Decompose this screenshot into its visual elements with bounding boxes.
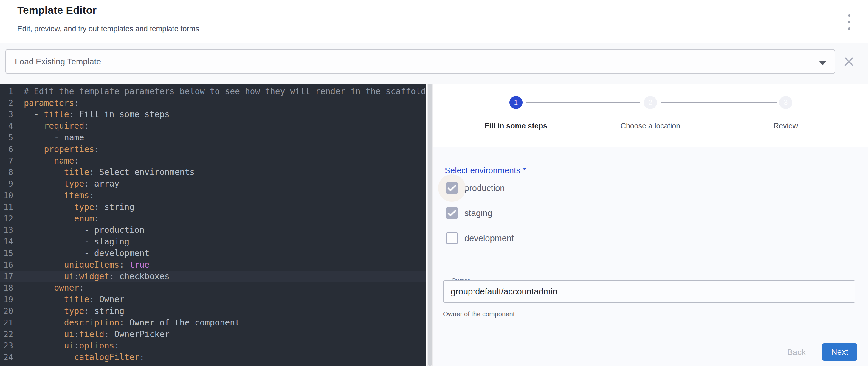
code-line[interactable]: 11 type: string [0, 201, 426, 213]
code-line[interactable]: 23 ui:options: [0, 340, 426, 352]
line-number: 8 [0, 167, 13, 177]
step-form: Select environments * productionstagingd… [433, 147, 868, 366]
template-selector-bar: Load Existing Template [0, 43, 868, 84]
line-number: 5 [0, 133, 13, 142]
step-circle-2: 2 [644, 96, 657, 109]
owner-helper-text: Owner of the component [443, 310, 515, 318]
code-line[interactable]: 22 ui:field: OwnerPicker [0, 329, 426, 340]
close-icon[interactable] [843, 56, 855, 68]
code-text: type: array [24, 179, 119, 189]
line-number: 24 [0, 353, 13, 362]
code-text: owner: [24, 283, 84, 293]
code-line[interactable]: 24 catalogFilter: [0, 352, 426, 363]
checkbox-unchecked-icon[interactable] [446, 232, 458, 244]
line-number: 23 [0, 341, 13, 350]
owner-input[interactable]: group:default/accountadmin [443, 280, 856, 303]
code-line[interactable]: 15 - development [0, 247, 426, 259]
stepper: 1 2 3 Fill in some steps Choose a locati… [433, 84, 868, 147]
code-text: description: Owner of the component [24, 318, 240, 328]
code-text: ui:widget: checkboxes [24, 272, 169, 281]
line-number: 12 [0, 214, 13, 223]
step-connector [526, 102, 640, 103]
page-title: Template Editor [17, 4, 97, 16]
load-existing-template-select[interactable]: Load Existing Template [5, 49, 835, 74]
code-line[interactable]: 10 items: [0, 189, 426, 201]
code-lines: 1# Edit the template parameters below to… [0, 86, 426, 363]
checkbox-checked-icon[interactable] [446, 182, 458, 194]
line-number: 6 [0, 145, 13, 154]
back-button[interactable]: Back [779, 345, 814, 360]
checkbox-option-development[interactable]: development [446, 232, 514, 244]
code-line[interactable]: 6 properties: [0, 143, 426, 155]
code-text: properties: [24, 144, 99, 154]
chevron-down-icon [819, 61, 826, 65]
line-number: 11 [0, 202, 13, 212]
scrollbar-thumb[interactable] [428, 84, 432, 366]
code-text: parameters: [24, 98, 79, 108]
code-text: - name [24, 133, 84, 143]
line-number: 7 [0, 156, 13, 165]
line-number: 1 [0, 87, 13, 96]
code-line[interactable]: 1# Edit the template parameters below to… [0, 86, 426, 97]
code-line[interactable]: 16 uniqueItems: true [0, 259, 426, 271]
step-label-review: Review [774, 122, 798, 130]
line-number: 19 [0, 295, 13, 304]
step-label-fill-in-some-steps: Fill in some steps [485, 122, 547, 130]
main-content: 1# Edit the template parameters below to… [0, 84, 868, 366]
checkbox-label[interactable]: production [464, 183, 505, 193]
code-text: required: [24, 121, 89, 131]
owner-input-value: group:default/accountadmin [451, 287, 557, 297]
line-number: 15 [0, 249, 13, 258]
code-line[interactable]: 2parameters: [0, 97, 426, 109]
code-line[interactable]: 20 type: string [0, 305, 426, 317]
code-text: - title: Fill in some steps [24, 110, 169, 119]
checkbox-option-staging[interactable]: staging [446, 207, 492, 219]
code-text: items: [24, 190, 94, 200]
code-text: # Edit the template parameters below to … [24, 86, 426, 96]
code-line[interactable]: 21 description: Owner of the component [0, 317, 426, 329]
line-number: 21 [0, 318, 13, 327]
code-text: enum: [24, 214, 99, 223]
code-text: type: string [24, 306, 124, 316]
line-number: 9 [0, 179, 13, 188]
code-line[interactable]: 7 name: [0, 155, 426, 166]
line-number: 3 [0, 110, 13, 119]
checkbox-label[interactable]: development [464, 233, 514, 243]
code-text: ui:field: OwnerPicker [24, 329, 169, 339]
line-number: 2 [0, 98, 13, 108]
more-options-kebab-icon[interactable] [845, 14, 853, 30]
wizard-panel: 1 2 3 Fill in some steps Choose a locati… [433, 84, 868, 366]
code-line[interactable]: 19 title: Owner [0, 294, 426, 305]
step-connector [660, 102, 777, 103]
code-text: catalogFilter: [24, 352, 145, 362]
code-text: title: Select environments [24, 167, 195, 177]
code-text: - development [24, 248, 149, 258]
code-text: ui:options: [24, 341, 119, 350]
checkbox-checked-icon[interactable] [446, 207, 458, 219]
line-number: 4 [0, 121, 13, 130]
code-editor[interactable]: 1# Edit the template parameters below to… [0, 84, 426, 366]
code-line[interactable]: 13 - production [0, 224, 426, 236]
step-circle-1: 1 [509, 96, 523, 109]
code-line[interactable]: 9 type: array [0, 178, 426, 189]
code-line[interactable]: 18 owner: [0, 282, 426, 294]
line-number: 13 [0, 225, 13, 235]
code-line[interactable]: 3 - title: Fill in some steps [0, 109, 426, 120]
next-button[interactable]: Next [822, 343, 857, 361]
code-line[interactable]: 12 enum: [0, 213, 426, 224]
page-subtitle: Edit, preview, and try out templates and… [17, 25, 199, 33]
code-text: title: Owner [24, 295, 124, 304]
line-number: 14 [0, 237, 13, 246]
select-placeholder: Load Existing Template [15, 57, 101, 66]
code-line[interactable]: 17 ui:widget: checkboxes [0, 271, 426, 282]
checkbox-option-production[interactable]: production [446, 182, 505, 194]
code-line[interactable]: 4 required: [0, 120, 426, 132]
checkbox-label[interactable]: staging [464, 208, 492, 218]
code-text: - production [24, 225, 145, 235]
code-line[interactable]: 14 - staging [0, 236, 426, 247]
editor-scrollbar[interactable] [428, 84, 433, 366]
code-text: uniqueItems: true [24, 260, 149, 270]
line-number: 16 [0, 260, 13, 269]
code-line[interactable]: 8 title: Select environments [0, 166, 426, 178]
code-line[interactable]: 5 - name [0, 132, 426, 143]
